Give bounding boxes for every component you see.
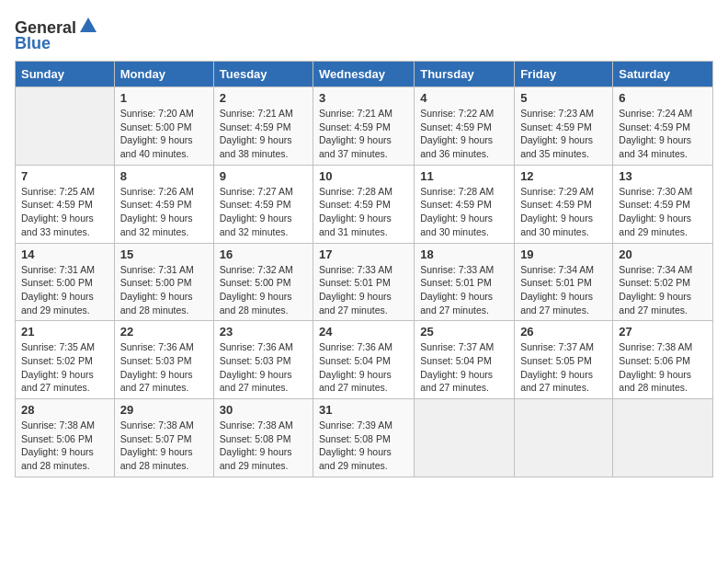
calendar-cell: 29Sunrise: 7:38 AM Sunset: 5:07 PM Dayli… (114, 399, 213, 477)
day-detail: Sunrise: 7:35 AM Sunset: 5:02 PM Dayligh… (21, 340, 108, 395)
calendar-cell: 17Sunrise: 7:33 AM Sunset: 5:01 PM Dayli… (313, 243, 415, 321)
day-detail: Sunrise: 7:31 AM Sunset: 5:00 PM Dayligh… (21, 263, 108, 317)
logo: General Blue (15, 18, 98, 53)
day-number: 6 (619, 91, 707, 105)
day-number: 17 (319, 247, 408, 261)
calendar-cell: 28Sunrise: 7:38 AM Sunset: 5:06 PM Dayli… (16, 399, 115, 477)
svg-marker-0 (80, 17, 97, 32)
day-detail: Sunrise: 7:36 AM Sunset: 5:03 PM Dayligh… (120, 340, 208, 395)
day-number: 31 (319, 403, 408, 417)
day-detail: Sunrise: 7:34 AM Sunset: 5:01 PM Dayligh… (520, 263, 607, 317)
logo-icon (78, 16, 98, 36)
calendar-cell: 15Sunrise: 7:31 AM Sunset: 5:00 PM Dayli… (114, 243, 213, 321)
calendar-cell: 12Sunrise: 7:29 AM Sunset: 4:59 PM Dayli… (515, 165, 613, 243)
day-detail: Sunrise: 7:26 AM Sunset: 4:59 PM Dayligh… (120, 185, 208, 239)
day-number: 1 (120, 91, 208, 105)
day-detail: Sunrise: 7:30 AM Sunset: 4:59 PM Dayligh… (619, 185, 707, 239)
calendar-cell: 31Sunrise: 7:39 AM Sunset: 5:08 PM Dayli… (313, 399, 415, 477)
calendar-cell: 11Sunrise: 7:28 AM Sunset: 4:59 PM Dayli… (415, 165, 515, 243)
day-detail: Sunrise: 7:28 AM Sunset: 4:59 PM Dayligh… (319, 185, 408, 239)
calendar-cell: 18Sunrise: 7:33 AM Sunset: 5:01 PM Dayli… (415, 243, 515, 321)
calendar-cell: 9Sunrise: 7:27 AM Sunset: 4:59 PM Daylig… (213, 165, 313, 243)
day-detail: Sunrise: 7:32 AM Sunset: 5:00 PM Dayligh… (220, 263, 307, 317)
day-detail: Sunrise: 7:27 AM Sunset: 4:59 PM Dayligh… (220, 185, 307, 239)
day-detail: Sunrise: 7:29 AM Sunset: 4:59 PM Dayligh… (520, 185, 607, 239)
day-number: 29 (120, 403, 208, 417)
day-number: 8 (120, 169, 208, 183)
day-number: 28 (21, 403, 108, 417)
calendar-cell: 27Sunrise: 7:38 AM Sunset: 5:06 PM Dayli… (613, 321, 713, 399)
calendar-cell: 13Sunrise: 7:30 AM Sunset: 4:59 PM Dayli… (613, 165, 713, 243)
calendar-cell: 10Sunrise: 7:28 AM Sunset: 4:59 PM Dayli… (313, 165, 415, 243)
day-detail: Sunrise: 7:37 AM Sunset: 5:05 PM Dayligh… (520, 340, 607, 395)
day-number: 14 (21, 247, 108, 261)
calendar-cell: 4Sunrise: 7:22 AM Sunset: 4:59 PM Daylig… (415, 87, 515, 166)
day-number: 10 (319, 169, 408, 183)
day-detail: Sunrise: 7:31 AM Sunset: 5:00 PM Dayligh… (120, 263, 208, 317)
day-detail: Sunrise: 7:24 AM Sunset: 4:59 PM Dayligh… (619, 107, 707, 161)
calendar-cell: 20Sunrise: 7:34 AM Sunset: 5:02 PM Dayli… (613, 243, 713, 321)
calendar-cell (515, 399, 613, 477)
day-detail: Sunrise: 7:28 AM Sunset: 4:59 PM Dayligh… (420, 185, 508, 239)
calendar-cell: 25Sunrise: 7:37 AM Sunset: 5:04 PM Dayli… (415, 321, 515, 399)
day-number: 22 (120, 325, 208, 339)
day-detail: Sunrise: 7:25 AM Sunset: 4:59 PM Dayligh… (21, 185, 108, 239)
day-number: 3 (319, 91, 408, 105)
calendar-cell: 21Sunrise: 7:35 AM Sunset: 5:02 PM Dayli… (16, 321, 115, 399)
day-number: 5 (520, 91, 607, 105)
day-detail: Sunrise: 7:33 AM Sunset: 5:01 PM Dayligh… (420, 263, 508, 317)
calendar-cell (613, 399, 713, 477)
day-number: 30 (220, 403, 307, 417)
day-detail: Sunrise: 7:20 AM Sunset: 5:00 PM Dayligh… (120, 107, 208, 161)
day-number: 2 (220, 91, 307, 105)
calendar-cell: 1Sunrise: 7:20 AM Sunset: 5:00 PM Daylig… (114, 87, 213, 166)
day-detail: Sunrise: 7:38 AM Sunset: 5:08 PM Dayligh… (220, 419, 307, 473)
day-number: 27 (619, 325, 707, 339)
day-number: 12 (520, 169, 607, 183)
day-number: 25 (420, 325, 508, 339)
day-number: 11 (420, 169, 508, 183)
day-detail: Sunrise: 7:33 AM Sunset: 5:01 PM Dayligh… (319, 263, 408, 317)
calendar-cell: 19Sunrise: 7:34 AM Sunset: 5:01 PM Dayli… (515, 243, 613, 321)
calendar-cell (16, 87, 115, 166)
calendar-cell: 30Sunrise: 7:38 AM Sunset: 5:08 PM Dayli… (213, 399, 313, 477)
day-detail: Sunrise: 7:21 AM Sunset: 4:59 PM Dayligh… (319, 107, 408, 161)
weekday-header-monday: Monday (114, 62, 213, 87)
day-number: 7 (21, 169, 108, 183)
weekday-header-sunday: Sunday (16, 62, 115, 87)
calendar-cell: 7Sunrise: 7:25 AM Sunset: 4:59 PM Daylig… (16, 165, 115, 243)
day-detail: Sunrise: 7:37 AM Sunset: 5:04 PM Dayligh… (420, 340, 508, 395)
day-number: 24 (319, 325, 408, 339)
weekday-header-wednesday: Wednesday (313, 62, 415, 87)
calendar-cell: 3Sunrise: 7:21 AM Sunset: 4:59 PM Daylig… (313, 87, 415, 166)
calendar-cell: 26Sunrise: 7:37 AM Sunset: 5:05 PM Dayli… (515, 321, 613, 399)
calendar-table: SundayMondayTuesdayWednesdayThursdayFrid… (15, 61, 713, 477)
day-detail: Sunrise: 7:21 AM Sunset: 4:59 PM Dayligh… (220, 107, 307, 161)
day-detail: Sunrise: 7:38 AM Sunset: 5:06 PM Dayligh… (619, 340, 707, 395)
day-number: 16 (220, 247, 307, 261)
day-number: 9 (220, 169, 307, 183)
calendar-cell: 14Sunrise: 7:31 AM Sunset: 5:00 PM Dayli… (16, 243, 115, 321)
day-number: 20 (619, 247, 707, 261)
day-detail: Sunrise: 7:39 AM Sunset: 5:08 PM Dayligh… (319, 419, 408, 473)
calendar-cell: 8Sunrise: 7:26 AM Sunset: 4:59 PM Daylig… (114, 165, 213, 243)
day-detail: Sunrise: 7:38 AM Sunset: 5:06 PM Dayligh… (21, 419, 108, 473)
day-number: 23 (220, 325, 307, 339)
calendar-cell: 16Sunrise: 7:32 AM Sunset: 5:00 PM Dayli… (213, 243, 313, 321)
weekday-header-thursday: Thursday (415, 62, 515, 87)
day-number: 15 (120, 247, 208, 261)
logo-blue-text: Blue (15, 34, 51, 53)
calendar-cell: 24Sunrise: 7:36 AM Sunset: 5:04 PM Dayli… (313, 321, 415, 399)
calendar-cell: 22Sunrise: 7:36 AM Sunset: 5:03 PM Dayli… (114, 321, 213, 399)
day-number: 4 (420, 91, 508, 105)
calendar-cell: 2Sunrise: 7:21 AM Sunset: 4:59 PM Daylig… (213, 87, 313, 166)
calendar-cell: 23Sunrise: 7:36 AM Sunset: 5:03 PM Dayli… (213, 321, 313, 399)
day-detail: Sunrise: 7:38 AM Sunset: 5:07 PM Dayligh… (120, 419, 208, 473)
day-detail: Sunrise: 7:23 AM Sunset: 4:59 PM Dayligh… (520, 107, 607, 161)
day-number: 18 (420, 247, 508, 261)
day-detail: Sunrise: 7:34 AM Sunset: 5:02 PM Dayligh… (619, 263, 707, 317)
calendar-cell: 5Sunrise: 7:23 AM Sunset: 4:59 PM Daylig… (515, 87, 613, 166)
day-detail: Sunrise: 7:36 AM Sunset: 5:03 PM Dayligh… (220, 340, 307, 395)
weekday-header-saturday: Saturday (613, 62, 713, 87)
day-number: 26 (520, 325, 607, 339)
